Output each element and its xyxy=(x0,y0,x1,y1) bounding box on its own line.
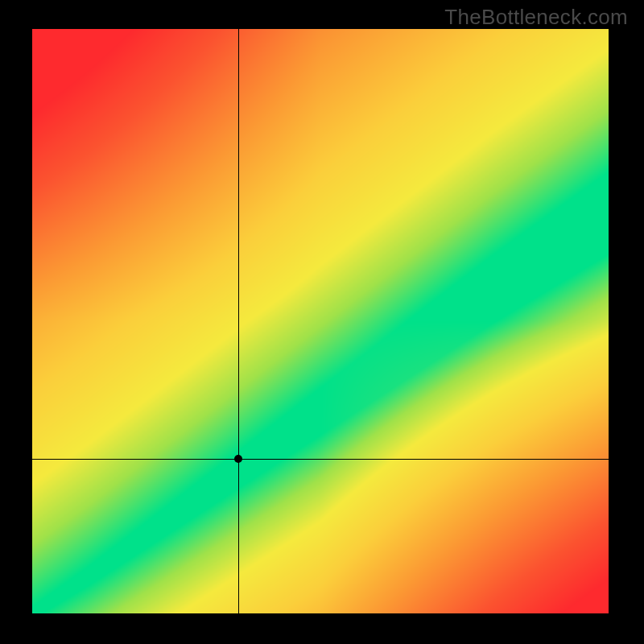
heatmap-plot xyxy=(32,29,609,613)
heatmap-canvas xyxy=(32,29,609,613)
watermark-text: TheBottleneck.com xyxy=(444,5,628,30)
chart-frame: TheBottleneck.com xyxy=(0,0,644,644)
